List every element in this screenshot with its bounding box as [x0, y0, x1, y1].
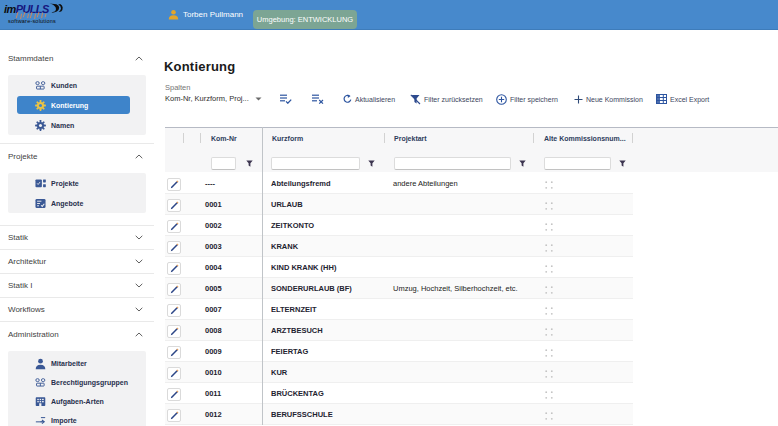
column-header-kurzform[interactable]: Kurzform: [262, 128, 385, 149]
filter-input-projektart[interactable]: [394, 157, 511, 170]
edit-row-button[interactable]: [167, 220, 181, 233]
sidebar-item-importe[interactable]: Importe: [8, 411, 146, 426]
sidebar-section-header-architektur[interactable]: Architektur: [0, 250, 154, 273]
refresh-button[interactable]: Aktualisieren: [343, 93, 395, 105]
column-header-alte-kommissionsnummer[interactable]: Alte Kommissionsnum...: [534, 128, 633, 149]
cell-kurzform[interactable]: Abteilungsfremd: [262, 173, 385, 193]
sidebar-section-header-projekte[interactable]: Projekte: [0, 144, 154, 168]
edit-row-button[interactable]: [167, 409, 181, 422]
cell-kurzform[interactable]: FEIERTAG: [262, 341, 385, 361]
edit-row-button[interactable]: [167, 199, 181, 212]
filter-input-alte-kommissionsnummer[interactable]: [544, 157, 611, 170]
cell-kom-nr[interactable]: 0007: [201, 299, 262, 319]
edit-row-button[interactable]: [167, 346, 181, 359]
cell-kurzform[interactable]: SONDERURLAUB (BF): [262, 278, 385, 298]
cell-kurzform[interactable]: ZEITKONTO: [262, 215, 385, 235]
cell-projektart[interactable]: [385, 341, 534, 361]
edit-row-button[interactable]: [167, 388, 181, 401]
deselect-all-columns-button[interactable]: [312, 93, 324, 105]
column-header-spacer[interactable]: [184, 128, 201, 149]
cell-alte-kommissionsnummer[interactable]: [534, 173, 633, 193]
cell-kurzform[interactable]: BRÜCKENTAG: [262, 383, 385, 403]
cell-alte-kommissionsnummer[interactable]: [534, 236, 633, 256]
cell-projektart[interactable]: [385, 257, 534, 277]
cell-kurzform[interactable]: KIND KRANK (HH): [262, 257, 385, 277]
sidebar-item-aufgaben-arten[interactable]: Aufgaben-Arten: [8, 392, 146, 411]
cell-kom-nr[interactable]: 0002: [201, 215, 262, 235]
sidebar-item-kontierung[interactable]: Kontierung: [17, 96, 130, 114]
filter-input-kom-nr[interactable]: [211, 157, 236, 170]
sidebar-section-header-workflows[interactable]: Workflows: [0, 298, 154, 321]
cell-alte-kommissionsnummer[interactable]: [534, 341, 633, 361]
sidebar-section-header-statik[interactable]: Statik: [0, 226, 154, 249]
excel-export-button[interactable]: Excel Export: [656, 93, 709, 105]
cell-projektart[interactable]: Umzug, Hochzeit, Silberhochzeit, etc.: [385, 278, 534, 298]
cell-kurzform[interactable]: KUR: [262, 362, 385, 382]
cell-kom-nr[interactable]: ----: [201, 173, 262, 193]
column-header-edit[interactable]: [165, 128, 184, 149]
edit-row-button[interactable]: [167, 178, 181, 191]
column-header-projektart[interactable]: Projektart: [385, 128, 534, 149]
cell-projektart[interactable]: [385, 236, 534, 256]
cell-alte-kommissionsnummer[interactable]: [534, 383, 633, 403]
filter-input-kurzform[interactable]: [271, 157, 360, 170]
sidebar-item-angebote[interactable]: Angebote: [8, 193, 146, 213]
edit-row-button[interactable]: [167, 262, 181, 275]
cell-kom-nr[interactable]: 0009: [201, 341, 262, 361]
cell-kom-nr[interactable]: 0001: [201, 194, 262, 214]
sidebar-item-projekte[interactable]: Projekte: [8, 173, 146, 193]
cell-alte-kommissionsnummer[interactable]: [534, 194, 633, 214]
edit-row-button[interactable]: [167, 325, 181, 338]
edit-row-button[interactable]: [167, 367, 181, 380]
edit-row-button[interactable]: [167, 304, 181, 317]
filter-save-button[interactable]: Filter speichern: [496, 93, 558, 105]
cell-alte-kommissionsnummer[interactable]: [534, 257, 633, 277]
cell-alte-kommissionsnummer[interactable]: [534, 215, 633, 235]
cell-kurzform[interactable]: URLAUB: [262, 194, 385, 214]
cell-projektart[interactable]: [385, 404, 534, 424]
cell-kurzform[interactable]: ELTERNZEIT: [262, 299, 385, 319]
cell-alte-kommissionsnummer[interactable]: [534, 320, 633, 340]
sidebar-section-header-administration[interactable]: Administration: [0, 322, 154, 346]
filter-funnel-icon[interactable]: [246, 160, 253, 167]
cell-kurzform[interactable]: KRANK: [262, 236, 385, 256]
filter-funnel-icon[interactable]: [368, 160, 375, 167]
sidebar-section-header-statik-i[interactable]: Statik I: [0, 274, 154, 297]
cell-projektart[interactable]: [385, 194, 534, 214]
cell-kom-nr[interactable]: 0008: [201, 320, 262, 340]
cell-kurzform[interactable]: BERUFSSCHULE: [262, 404, 385, 424]
cell-projektart[interactable]: [385, 299, 534, 319]
edit-row-button[interactable]: [167, 283, 181, 296]
cell-kom-nr[interactable]: 0011: [201, 383, 262, 403]
filter-reset-button[interactable]: Filter zurücksetzen: [410, 93, 483, 105]
column-header-kom-nr[interactable]: Kom-Nr: [201, 128, 262, 149]
sidebar-item-kunden[interactable]: Kunden: [8, 75, 146, 95]
cell-projektart[interactable]: [385, 320, 534, 340]
columns-dropdown[interactable]: Kom-Nr, Kurzform, Proj...: [165, 92, 262, 105]
sidebar-item-namen[interactable]: Namen: [8, 115, 146, 135]
cell-projektart[interactable]: andere Abteilungen: [385, 173, 534, 193]
edit-row-button[interactable]: [167, 241, 181, 254]
cell-projektart[interactable]: [385, 362, 534, 382]
cell-alte-kommissionsnummer[interactable]: [534, 362, 633, 382]
user-chip[interactable]: Torben Pullmann: [168, 6, 243, 22]
cell-alte-kommissionsnummer[interactable]: [534, 404, 633, 424]
cell-projektart[interactable]: [385, 215, 534, 235]
cell-kom-nr[interactable]: 0004: [201, 257, 262, 277]
cell-kurzform[interactable]: ARZTBESUCH: [262, 320, 385, 340]
cell-kom-nr[interactable]: 0012: [201, 404, 262, 424]
cell-alte-kommissionsnummer[interactable]: [534, 299, 633, 319]
cell-projektart[interactable]: [385, 383, 534, 403]
sidebar-section-header-stammdaten[interactable]: Stammdaten: [0, 46, 154, 70]
sidebar-item-berechtigungsgruppen[interactable]: Berechtigungsgruppen: [8, 373, 146, 392]
cell-kom-nr[interactable]: 0010: [201, 362, 262, 382]
filter-funnel-icon[interactable]: [619, 160, 626, 167]
cell-kom-nr[interactable]: 0003: [201, 236, 262, 256]
filter-funnel-icon[interactable]: [519, 160, 526, 167]
sidebar-item-mitarbeiter[interactable]: Mitarbeiter: [8, 354, 146, 373]
select-all-columns-button[interactable]: [280, 93, 292, 105]
app-logo[interactable]: imPULLS software-solutions: [4, 3, 66, 27]
cell-kom-nr[interactable]: 0005: [201, 278, 262, 298]
cell-alte-kommissionsnummer[interactable]: [534, 278, 633, 298]
new-commission-button[interactable]: Neue Kommission: [574, 93, 643, 105]
